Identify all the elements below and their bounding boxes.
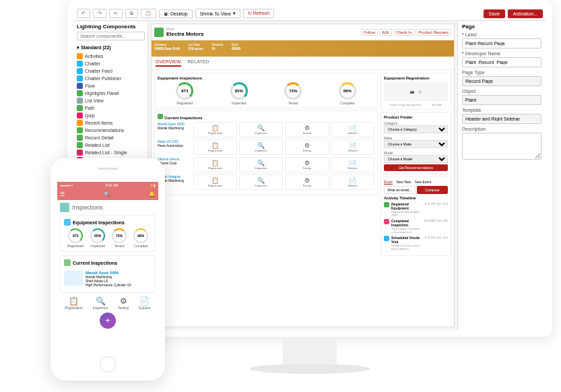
action-card[interactable]: 📋Registration — [193, 139, 237, 155]
action-card[interactable]: 🔍Inspection — [239, 122, 283, 137]
write-email-button[interactable]: Write an email... — [384, 186, 416, 194]
tab-related[interactable]: RELATED — [188, 59, 209, 67]
record-page-preview: Plant Electra Motors FollowEditCheck InP… — [151, 24, 455, 327]
category-select[interactable]: Choose a Category — [384, 125, 448, 133]
properties-panel: Page Label Developer Name Page Type Obje… — [458, 21, 546, 330]
component-item[interactable]: Activities — [77, 53, 145, 60]
copy-button[interactable]: ⧉ — [125, 9, 138, 18]
action-card[interactable]: ⚙Testing — [285, 174, 329, 190]
current-inspections-card: Current Inspections Mazak Apex 2000Mazak… — [154, 110, 378, 195]
phone-equipment-card: Equipment Inspections 873Registered85%In… — [60, 215, 156, 252]
component-item[interactable]: Related List - Single — [77, 149, 145, 156]
phone-mockup: ●●●●● ᯤ8:41 AM⚡▮ ☰ 🔍 🔔 Inspections Equip… — [51, 158, 165, 381]
bell-icon[interactable]: 🔔 — [149, 191, 156, 197]
phone-current-inspections-card: Current Inspections Mazak Apex 2000 Maza… — [60, 255, 156, 293]
component-item[interactable]: Chatter Publisher — [77, 75, 145, 82]
action-card[interactable]: 📄Solution — [331, 174, 374, 190]
action-card[interactable]: 🔍Inspection — [239, 174, 283, 190]
menu-icon[interactable]: ☰ — [60, 191, 65, 197]
activation-button[interactable]: Activation... — [508, 9, 543, 18]
undo-button[interactable]: ↶ — [77, 9, 90, 18]
devname-input[interactable] — [462, 57, 541, 67]
timeline-item[interactable]: Scheduled Onsite VisitSchedule on-site v… — [384, 236, 448, 251]
donut-chart: 68% — [339, 82, 356, 100]
phone-action-item[interactable]: ⚙Testing — [118, 296, 129, 310]
search-icon[interactable]: 🔍 — [104, 191, 110, 197]
component-item[interactable]: List View — [77, 97, 145, 104]
action-card[interactable]: 📋Registration — [193, 157, 237, 172]
phone-inspection-item[interactable]: Mazak Apex 2000 Mazak Machining Shell Al… — [64, 269, 152, 289]
zoom-select[interactable]: Shrink To View ▾ — [195, 9, 240, 18]
phone-status-bar: ●●●●● ᯤ8:41 AM⚡▮ — [57, 182, 158, 189]
action-card[interactable]: 📄Solution — [331, 157, 374, 172]
refresh-button[interactable]: ↻ Refresh — [243, 9, 274, 18]
compose-button[interactable]: Compose — [417, 186, 449, 194]
object-field — [462, 95, 541, 105]
component-item[interactable]: Quip — [77, 112, 145, 119]
component-item[interactable]: Highlights Panel — [77, 90, 145, 97]
header-action[interactable]: Edit — [379, 29, 391, 36]
phone-action-item[interactable]: 📋Registration — [65, 296, 83, 310]
standard-accordion[interactable]: ▾ Standard (22) — [77, 45, 145, 51]
action-card[interactable]: 📄Solution — [331, 139, 374, 155]
activity-card: Email New Task New Event Write an email.… — [381, 176, 451, 256]
tab-overview[interactable]: OVERVIEW — [156, 59, 181, 67]
panel-title: Lightning Components — [77, 24, 145, 30]
donut-chart: 85% — [230, 82, 248, 100]
donut-chart: 72% — [284, 82, 302, 100]
recommendations-button[interactable]: Get Recommendations — [384, 164, 448, 171]
label-input[interactable] — [462, 38, 541, 48]
component-item[interactable]: Related List — [77, 141, 145, 149]
action-card[interactable]: 📄Solution — [331, 122, 374, 137]
barcode-icon: ▥ — [418, 90, 422, 94]
header-action[interactable]: Product Request — [416, 29, 451, 36]
donut-chart: 873 — [176, 82, 193, 100]
model-select[interactable]: Choose a Model — [384, 155, 448, 163]
inspections-icon — [60, 203, 69, 212]
component-item[interactable]: Record Detail — [77, 134, 145, 141]
paste-button[interactable]: 📋 — [141, 9, 156, 18]
phone-header: ☰ 🔍 🔔 — [57, 189, 158, 200]
tab-newevent[interactable]: New Event — [415, 180, 431, 185]
component-item[interactable]: Recommendations — [77, 127, 145, 134]
equipment-inspections-card: Equipment Inspections 873Registered85%In… — [154, 73, 378, 108]
action-card[interactable]: 📋Registration — [193, 122, 237, 137]
header-action[interactable]: Follow — [361, 29, 378, 36]
record-title: Electra Motors — [166, 31, 204, 37]
tab-email[interactable]: Email — [384, 180, 393, 185]
timeline-item[interactable]: Registered EquipmentRegistered Mazak Ape… — [384, 202, 448, 217]
product-finder-card: Product Finder Category Choose a Categor… — [381, 112, 451, 174]
save-button[interactable]: Save — [484, 9, 505, 18]
description-input[interactable] — [462, 133, 541, 160]
search-input[interactable] — [77, 32, 145, 40]
component-item[interactable]: Path — [77, 104, 145, 112]
top-toolbar: ↶ ↷ ✂ ⧉ 📋 🖥 Desktop Shrink To View ▾ ↻ R… — [74, 7, 546, 21]
cut-button[interactable]: ✂ — [109, 9, 123, 18]
redo-button[interactable]: ↷ — [93, 9, 106, 18]
action-card[interactable]: 🔍Inspection — [239, 157, 283, 172]
component-item[interactable]: Chatter Feed — [77, 67, 145, 75]
action-card[interactable]: 📋Registration — [193, 174, 237, 190]
component-item[interactable]: Chatter — [77, 60, 145, 67]
equipment-image — [64, 271, 83, 286]
tab-newtask[interactable]: New Task — [397, 180, 411, 185]
device-select[interactable]: 🖥 Desktop — [159, 9, 193, 18]
component-item[interactable]: Flow — [77, 82, 145, 90]
fab-button[interactable]: + — [100, 313, 116, 329]
template-field — [462, 114, 541, 124]
camera-icon: 📷 — [410, 90, 414, 94]
header-action[interactable]: Check In — [393, 29, 415, 36]
phone-action-item[interactable]: 🔍Inspection — [93, 296, 108, 310]
action-card[interactable]: 🔍Inspection — [239, 139, 283, 155]
timeline-item[interactable]: Completed InspectionTodd Cooper complete… — [384, 219, 448, 234]
record-icon — [154, 28, 164, 37]
action-card[interactable]: ⚙Testing — [285, 139, 329, 155]
action-card[interactable]: ⚙Testing — [285, 157, 329, 172]
component-item[interactable]: Recent Items — [77, 119, 145, 127]
equipment-registration-card: Equipment Registration 📷 ▥ Instant Image… — [381, 73, 451, 110]
action-card[interactable]: ⚙Testing — [285, 122, 329, 137]
canvas-area: Plant Electra Motors FollowEditCheck InP… — [148, 21, 458, 330]
make-select[interactable]: Choose a Make — [384, 140, 448, 148]
phone-action-item[interactable]: 📄Solution — [139, 296, 151, 310]
pagetype-field — [462, 76, 541, 86]
